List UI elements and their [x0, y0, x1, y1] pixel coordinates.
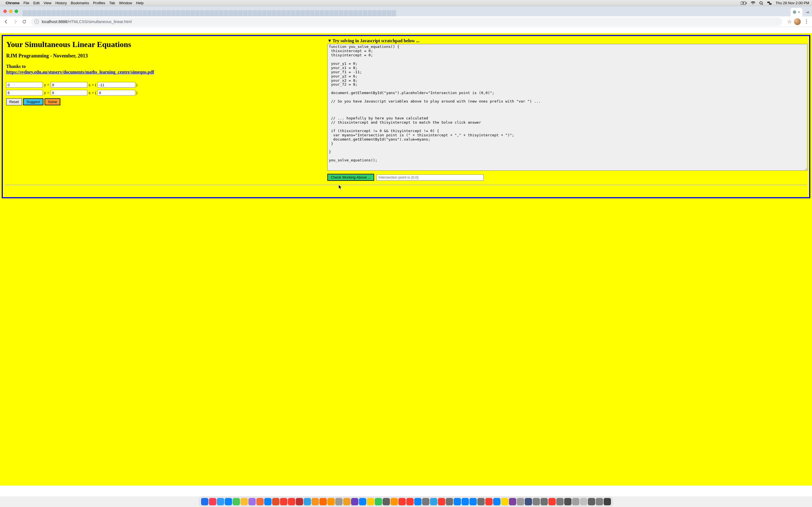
menu-bookmarks[interactable]: Bookmarks	[71, 1, 89, 5]
background-tab[interactable]	[114, 10, 118, 16]
background-tab[interactable]	[171, 10, 175, 16]
menu-view[interactable]: View	[43, 1, 51, 5]
background-tab[interactable]	[291, 10, 296, 16]
site-info-icon[interactable]: i	[35, 19, 39, 24]
background-tab[interactable]	[349, 10, 353, 16]
background-tab[interactable]	[301, 10, 305, 16]
dock-app-icon[interactable]	[272, 498, 280, 505]
eq2-const-input[interactable]	[98, 90, 135, 96]
eq1-x-coef-input[interactable]	[51, 82, 87, 88]
battery-icon[interactable]	[741, 1, 747, 5]
eq1-y-coef-input[interactable]	[6, 82, 43, 88]
background-tab[interactable]	[248, 10, 252, 16]
background-tab[interactable]	[219, 10, 223, 16]
background-tab[interactable]	[257, 10, 262, 16]
menu-tab[interactable]: Tab	[109, 1, 115, 5]
dock-app-icon[interactable]	[319, 498, 327, 505]
window-minimize[interactable]	[9, 10, 12, 13]
background-tab[interactable]	[243, 10, 248, 16]
dock-app-icon[interactable]	[462, 498, 469, 505]
dock-app-icon[interactable]	[398, 498, 406, 505]
background-tab[interactable]	[61, 10, 65, 16]
bookmark-icon[interactable]: ☆	[787, 18, 792, 25]
menu-help[interactable]: Help	[136, 1, 144, 5]
background-tab[interactable]	[181, 10, 185, 16]
solve-button[interactable]: Solve	[45, 98, 61, 105]
background-tab[interactable]	[37, 10, 42, 16]
background-tab[interactable]	[315, 10, 319, 16]
dock-app-icon[interactable]	[248, 498, 256, 505]
background-tab[interactable]	[147, 10, 152, 16]
dock-app-icon[interactable]	[351, 498, 358, 505]
dock-app-icon[interactable]	[438, 498, 445, 505]
dock-app-icon[interactable]	[375, 498, 382, 505]
dock-app-icon[interactable]	[604, 498, 611, 505]
background-tab[interactable]	[387, 10, 391, 16]
background-tab[interactable]	[229, 10, 233, 16]
dock-app-icon[interactable]	[485, 498, 493, 505]
dock-app-icon[interactable]	[422, 498, 429, 505]
dock-app-icon[interactable]	[343, 498, 350, 505]
eq1-const-input[interactable]	[98, 82, 135, 88]
dock-app-icon[interactable]	[541, 498, 548, 505]
dock-app-icon[interactable]	[296, 498, 303, 505]
background-tab[interactable]	[47, 10, 51, 16]
dock-app-icon[interactable]	[469, 498, 477, 505]
background-tab[interactable]	[138, 10, 142, 16]
dock-app-icon[interactable]	[548, 498, 556, 505]
dock-app-icon[interactable]	[446, 498, 453, 505]
spotlight-icon[interactable]	[759, 1, 763, 5]
dock-app-icon[interactable]	[264, 498, 271, 505]
dock-app-icon[interactable]	[312, 498, 319, 505]
background-tab[interactable]	[324, 10, 329, 16]
dock-app-icon[interactable]	[454, 498, 461, 505]
back-button[interactable]	[2, 18, 10, 25]
background-tab[interactable]	[286, 10, 291, 16]
background-tab[interactable]	[372, 10, 377, 16]
background-tab[interactable]	[56, 10, 61, 16]
eq2-y-coef-input[interactable]	[6, 90, 43, 96]
background-tab[interactable]	[66, 10, 70, 16]
dock-app-icon[interactable]	[572, 498, 579, 505]
menubar-clock[interactable]: Thu 28 Nov 2:00 PM	[776, 1, 809, 5]
background-tab[interactable]	[176, 10, 181, 16]
background-tab[interactable]	[253, 10, 257, 16]
dock-app-icon[interactable]	[517, 498, 524, 505]
dock-app-icon[interactable]	[383, 498, 390, 505]
dock-app-icon[interactable]	[288, 498, 295, 505]
dock-app-icon[interactable]	[564, 498, 571, 505]
background-tab[interactable]	[238, 10, 243, 16]
dock-app-icon[interactable]	[217, 498, 224, 505]
background-tab[interactable]	[99, 10, 104, 16]
background-tab[interactable]	[329, 10, 334, 16]
menu-file[interactable]: File	[23, 1, 29, 5]
forward-button[interactable]	[11, 18, 19, 25]
background-tab[interactable]	[296, 10, 300, 16]
background-tab[interactable]	[344, 10, 348, 16]
dock-app-icon[interactable]	[225, 498, 232, 505]
scratchpad-header[interactable]: ▼Try solving in Javascript scratchpad be…	[327, 38, 808, 43]
dock-app-icon[interactable]	[256, 498, 264, 505]
dock-app-icon[interactable]	[509, 498, 516, 505]
dock-app-icon[interactable]	[335, 498, 343, 505]
control-center-icon[interactable]	[767, 1, 772, 5]
background-tab[interactable]	[282, 10, 286, 16]
background-tab[interactable]	[70, 10, 75, 16]
background-tab[interactable]	[75, 10, 80, 16]
dock-app-icon[interactable]	[532, 498, 540, 505]
background-tab[interactable]	[166, 10, 171, 16]
background-tab[interactable]	[104, 10, 109, 16]
dock-app-icon[interactable]	[304, 498, 311, 505]
background-tab[interactable]	[262, 10, 267, 16]
menubar-app[interactable]: Chrome	[6, 1, 19, 5]
background-tab[interactable]	[128, 10, 133, 16]
tab-dropdown-button[interactable]: ⌄	[804, 9, 809, 15]
dock-app-icon[interactable]	[241, 498, 248, 505]
chrome-menu-icon[interactable]	[803, 19, 810, 24]
background-tab[interactable]	[267, 10, 271, 16]
check-working-button[interactable]: Check Working Above ...	[327, 174, 374, 181]
dock-app-icon[interactable]	[367, 498, 374, 505]
reload-button[interactable]	[20, 18, 28, 25]
background-tab[interactable]	[214, 10, 219, 16]
background-tab[interactable]	[42, 10, 46, 16]
